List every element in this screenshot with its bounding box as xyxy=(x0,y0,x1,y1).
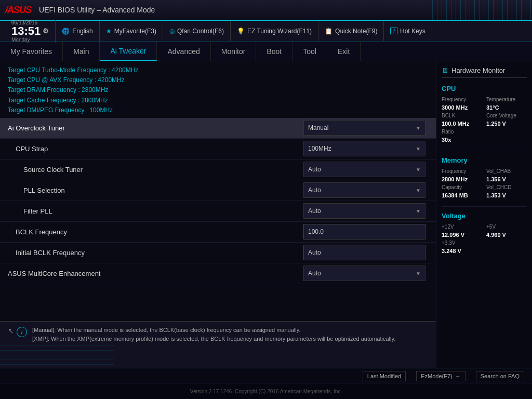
favorites-icon: ★ xyxy=(106,28,112,35)
cpu-bclk-value: 100.0 MHz xyxy=(442,121,482,127)
info-line-1: Target CPU Turbo-Mode Frequency : 4200MH… xyxy=(8,65,428,75)
nav-bar: My Favorites Main Ai Tweaker Advanced Mo… xyxy=(0,42,532,61)
chevron-down-icon: ▼ xyxy=(416,125,421,131)
header: /ASUS UEFI BIOS Utility – Advanced Mode xyxy=(0,0,532,21)
nav-my-favorites[interactable]: My Favorites xyxy=(0,42,63,61)
setting-ai-overclock-tuner: Ai Overclock Tuner Manual ▼ xyxy=(0,118,436,139)
ez-label: EZ Tuning Wizard(F11) xyxy=(247,28,312,35)
ez-tuning-button[interactable]: 💡 EZ Tuning Wizard(F11) xyxy=(231,21,318,41)
nav-main[interactable]: Main xyxy=(63,42,100,61)
setting-initial-bclk-frequency: Initial BCLK Frequency Auto xyxy=(0,243,436,263)
nav-advanced[interactable]: Advanced xyxy=(157,42,210,61)
settings-icon[interactable]: ⚙ xyxy=(43,28,49,34)
quick-note-button[interactable]: 📋 Quick Note(F9) xyxy=(318,21,384,41)
cpu-core-voltage-value: 1.250 V xyxy=(486,121,527,127)
bclk-frequency-label: BCLK Frequency xyxy=(16,228,303,236)
initial-bclk-frequency-input[interactable]: Auto xyxy=(303,245,425,260)
cpu-ratio-label: Ratio xyxy=(442,129,482,135)
settings-table: Ai Overclock Tuner Manual ▼ CPU Strap 10… xyxy=(0,118,436,321)
setting-filter-pll: Filter PLL Auto ▼ xyxy=(0,201,436,222)
setting-asus-multicore: ASUS MultiCore Enhancement Auto ▼ xyxy=(0,263,436,284)
info-line-2: Target CPU @ AVX Frequency : 4200MHz xyxy=(8,75,428,85)
arrow-right-icon: → xyxy=(455,373,461,379)
last-modified-button[interactable]: Last Modified xyxy=(363,371,406,381)
chevron-down-icon: ▼ xyxy=(416,208,421,214)
cpu-bclk-label: BCLK xyxy=(442,113,482,118)
myfavorite-button[interactable]: ★ MyFavorite(F3) xyxy=(100,21,163,41)
cpu-strap-select[interactable]: 100MHz ▼ xyxy=(303,141,425,156)
footer: Version 2.17.1246. Copyright (C) 2016 Am… xyxy=(0,383,532,399)
qfan-label: Qfan Control(F6) xyxy=(177,28,224,35)
source-clock-tuner-value: Auto ▼ xyxy=(303,162,428,177)
filter-pll-label: Filter PLL xyxy=(23,207,303,215)
ez-mode-button[interactable]: EzMode(F7) → xyxy=(416,371,466,381)
mem-frequency-label: Frequency xyxy=(442,168,482,174)
hotkeys-icon: ? xyxy=(390,28,397,34)
info-box: ↖ i [Manual]: When the manual mode is se… xyxy=(0,321,436,368)
favorites-label: MyFavorite(F3) xyxy=(114,28,156,35)
nav-boot[interactable]: Boot xyxy=(256,42,292,61)
pll-selection-select[interactable]: Auto ▼ xyxy=(303,182,425,198)
voltage-grid: +12V +5V 12.096 V 4.960 V +3.3V 3.248 V xyxy=(442,224,527,254)
bclk-frequency-input[interactable]: 100.0 xyxy=(303,224,425,240)
initial-bclk-frequency-value: Auto xyxy=(303,245,428,260)
search-faq-button[interactable]: Search on FAQ xyxy=(476,371,524,381)
v5-label: +5V xyxy=(486,224,527,230)
setting-pll-selection: PLL Selection Auto ▼ xyxy=(0,180,436,201)
qfan-icon: ◎ xyxy=(169,28,175,35)
mem-vol-chab-value: 1.356 V xyxy=(486,176,527,182)
cpu-section-title: CPU xyxy=(442,85,527,92)
info-line-4: Target Cache Frequency : 2800MHz xyxy=(8,96,428,105)
cpu-grid: Frequency Temperature 3000 MHz 31°C BCLK… xyxy=(442,97,527,143)
cursor-icon: ↖ xyxy=(8,327,14,335)
setting-source-clock-tuner: Source Clock Tuner Auto ▼ xyxy=(0,159,436,180)
filter-pll-select[interactable]: Auto ▼ xyxy=(303,203,425,219)
ez-mode-label: EzMode(F7) xyxy=(421,373,453,379)
v12-label: +12V xyxy=(442,224,482,230)
language-selector[interactable]: 🌐 English xyxy=(56,21,99,41)
qfan-button[interactable]: ◎ Qfan Control(F6) xyxy=(163,21,231,41)
chevron-down-icon: ▼ xyxy=(416,146,421,152)
v12-value: 12.096 V xyxy=(442,232,482,238)
cpu-frequency-label: Frequency xyxy=(442,97,482,102)
quicknote-icon: 📋 xyxy=(325,28,332,35)
mem-capacity-label: Capacity xyxy=(442,184,482,190)
nav-monitor[interactable]: Monitor xyxy=(211,42,257,61)
mem-capacity-value: 16384 MB xyxy=(442,192,482,198)
pll-selection-value: Auto ▼ xyxy=(303,182,428,198)
info-text: [Manual]: When the manual mode is select… xyxy=(32,326,395,343)
info-line-xmp: [XMP]: When the XMP(extreme memory profi… xyxy=(32,335,395,343)
cpu-strap-value: 100MHz ▼ xyxy=(303,141,428,156)
initial-bclk-frequency-label: Initial BCLK Frequency xyxy=(16,249,303,257)
chevron-down-icon: ▼ xyxy=(416,271,421,276)
cpu-frequency-value: 3000 MHz xyxy=(442,104,482,111)
footer-text: Version 2.17.1246. Copyright (C) 2016 Am… xyxy=(190,389,342,394)
v33-value: 3.248 V xyxy=(442,248,482,254)
ai-overclock-tuner-label: Ai Overclock Tuner xyxy=(8,124,303,132)
info-line-3: Target DRAM Frequency : 2800MHz xyxy=(8,85,428,95)
mem-vol-chab-label: Vol_CHAB xyxy=(486,168,527,174)
hot-keys-button[interactable]: ? Hot Keys xyxy=(384,21,432,41)
nav-exit[interactable]: Exit xyxy=(327,42,361,61)
language-icon: 🌐 xyxy=(62,28,70,35)
language-label: English xyxy=(72,28,92,35)
info-lines: Target CPU Turbo-Mode Frequency : 4200MH… xyxy=(0,61,436,118)
mem-vol-chcd-label: Vol_CHCD xyxy=(486,184,527,190)
info-icon: i xyxy=(17,327,27,337)
nav-tool[interactable]: Tool xyxy=(292,42,327,61)
source-clock-tuner-select[interactable]: Auto ▼ xyxy=(303,162,425,177)
nav-ai-tweaker[interactable]: Ai Tweaker xyxy=(100,42,157,61)
setting-bclk-frequency: BCLK Frequency 100.0 xyxy=(0,222,436,243)
memory-section-title: Memory xyxy=(442,156,527,164)
cpu-strap-label: CPU Strap xyxy=(16,145,303,153)
bclk-frequency-value: 100.0 xyxy=(303,224,428,240)
v5-value: 4.960 V xyxy=(486,232,527,238)
cpu-temperature-label: Temperature xyxy=(486,97,527,102)
asus-multicore-select[interactable]: Auto ▼ xyxy=(303,265,425,281)
chevron-down-icon: ▼ xyxy=(416,188,421,193)
ai-overclock-tuner-select[interactable]: Manual ▼ xyxy=(303,120,425,136)
mem-vol-chcd-value: 1.353 V xyxy=(486,192,527,198)
info-line-manual: [Manual]: When the manual mode is select… xyxy=(32,326,395,335)
cpu-temperature-value: 31°C xyxy=(486,104,527,111)
info-line-5: Target DMI/PEG Frequency : 100MHz xyxy=(8,105,428,115)
